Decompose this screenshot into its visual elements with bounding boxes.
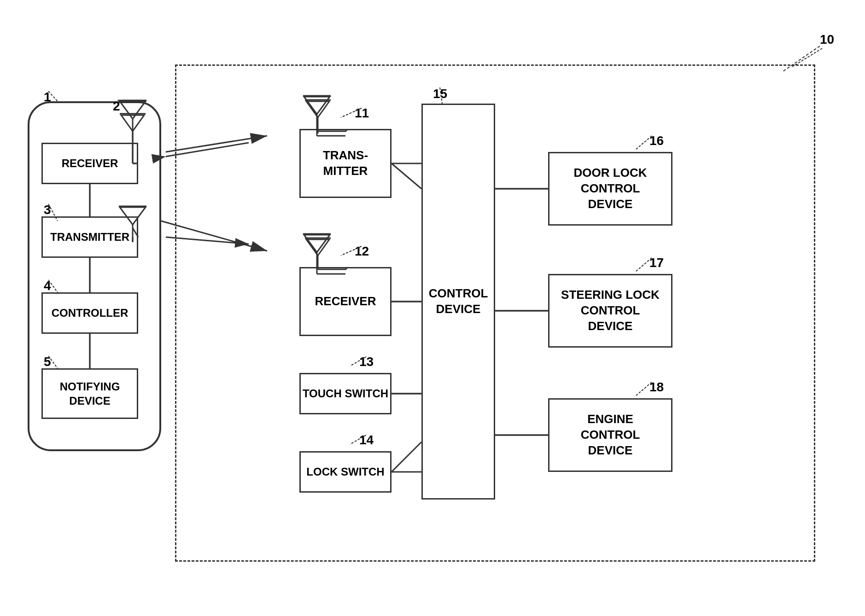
receiver-block: RECEIVER [41, 143, 138, 184]
ref-18: 18 [649, 380, 664, 395]
steering-lock-block: STEERING LOCKCONTROLDEVICE [548, 274, 672, 348]
ref-17: 17 [649, 256, 664, 270]
ref-5: 5 [44, 354, 51, 369]
control-device-block: CONTROLDEVICE [421, 104, 495, 500]
ref-1: 1 [44, 90, 51, 105]
ref-10: 10 [820, 32, 834, 47]
transmitter-sys-block: TRANS-MITTER [299, 129, 392, 198]
system-box [175, 64, 815, 562]
transmitter-keyfob-block: TRANSMITTER [41, 216, 138, 258]
ref-4: 4 [44, 279, 51, 293]
ref-2: 2 [113, 99, 120, 114]
svg-line-67 [792, 48, 822, 67]
ref-15: 15 [433, 87, 447, 101]
lock-switch-block: LOCK SWITCH [299, 451, 392, 493]
touch-switch-block: TOUCH SWITCH [299, 373, 392, 414]
engine-control-block: ENGINECONTROLDEVICE [548, 398, 672, 472]
controller-block: CONTROLLER [41, 292, 138, 334]
ref-11: 11 [355, 106, 369, 121]
ref-12: 12 [355, 244, 369, 259]
receiver-sys-block: RECEIVER [299, 267, 392, 336]
ref-14: 14 [359, 433, 374, 447]
ref-3: 3 [44, 203, 51, 217]
door-lock-block: DOOR LOCKCONTROLDEVICE [548, 152, 672, 226]
notifying-device-block: NOTIFYINGDEVICE [41, 368, 138, 419]
diagram: 10 1 2 RECEIVER 3 TRANSMITTER 4 CONTROLL… [18, 18, 847, 599]
ref-16: 16 [649, 134, 664, 148]
ref-13: 13 [359, 354, 374, 369]
